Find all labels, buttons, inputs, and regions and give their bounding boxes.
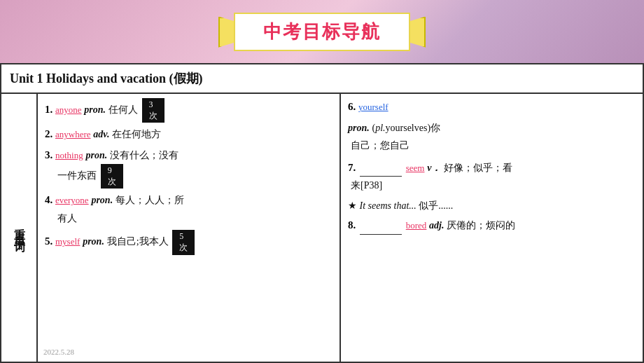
ribbon-left <box>218 17 234 48</box>
list-item: 6. yourself <box>348 98 636 116</box>
word-fill: yourself <box>358 102 388 112</box>
ribbon-right <box>410 17 426 48</box>
word-fill: myself <box>55 236 80 247</box>
list-item: 4. everyone pron. 每人；人人；所 有人 <box>45 191 332 227</box>
meaning-text: 没有什么；没有 <box>110 150 178 160</box>
meaning-text: 任何人 <box>108 104 138 115</box>
word-fill: everyone <box>55 195 89 205</box>
count-badge: 3次 <box>142 98 164 123</box>
title-banner: 中考目标导航 <box>218 13 426 51</box>
item-number: 2. <box>45 128 55 139</box>
word-fill: seem <box>406 163 425 173</box>
pron-label: pron. <box>348 123 370 133</box>
date-stamp: 2022.5.28 <box>43 345 74 359</box>
pron-label: adj. <box>429 220 444 231</box>
count-badge: 9次 <box>101 164 123 189</box>
title-box: 中考目标导航 <box>234 13 410 51</box>
word-fill: anywhere <box>55 129 91 139</box>
meaning-text: 好像；似乎；看 <box>444 163 512 173</box>
count-badge: 5次 <box>172 230 195 254</box>
meaning-text: (pl.yourselves)你 <box>372 123 440 133</box>
list-item: 3. nothing pron. 没有什么；没有 一件东西 9次 <box>45 146 332 189</box>
pron-label: v． <box>427 163 441 173</box>
item-number: 6. <box>348 101 358 112</box>
list-item: pron. (pl.yourselves)你 自己；您自己 <box>348 119 636 155</box>
meaning-text: 我自己;我本人 <box>107 236 169 247</box>
left-column: 1. anyone pron. 任何人 3次 2. anywhere adv. <box>38 94 341 362</box>
word-fill: anyone <box>55 104 82 115</box>
star-text: It seems that... <box>360 200 416 211</box>
meaning-text: 每人；人人；所 <box>115 195 184 205</box>
unit-label: Unit 1 Holidays and vacation (假期) <box>10 71 203 85</box>
content-area: 重点单词 1. anyone pron. 任何人 3次 <box>1 94 643 362</box>
word-fill: bored <box>406 220 427 231</box>
star-item: ★ It seems that... 似乎...... <box>348 198 636 214</box>
pron-label: pron. <box>91 195 113 205</box>
sidebar-label-text: 重点单词 <box>12 219 27 236</box>
title-text: 中考目标导航 <box>263 22 381 42</box>
main-content: Unit 1 Holidays and vacation (假期) 重点单词 1… <box>0 63 644 363</box>
outer-table: Unit 1 Holidays and vacation (假期) 重点单词 1… <box>0 63 644 363</box>
pron-label: pron. <box>84 104 106 115</box>
meaning-text: 在任何地方 <box>112 129 161 139</box>
list-item: 1. anyone pron. 任何人 3次 <box>45 98 332 123</box>
list-item: 7. seem v． 好像；似乎；看 来[P38] <box>348 159 636 195</box>
star-symbol: ★ <box>348 200 357 211</box>
meaning-text-cont: 一件东西 <box>57 170 97 181</box>
item-number: 5. <box>45 235 55 247</box>
item-number: 3. <box>45 149 55 160</box>
meaning-text-cont: 自己；您自己 <box>351 140 410 151</box>
item-number: 8. <box>348 219 358 231</box>
star-cn: 似乎...... <box>419 200 453 211</box>
list-item: 8. bored adj. 厌倦的；烦闷的 <box>348 217 636 235</box>
list-item: 5. myself pron. 我自己;我本人 5次 <box>45 230 332 254</box>
meaning-text-cont: 来[P38] <box>351 180 382 191</box>
pron-label: adv. <box>93 129 109 139</box>
item-number: 4. <box>45 194 55 205</box>
sidebar-label: 重点单词 <box>1 94 38 362</box>
list-item: 2. anywhere adv. 在任何地方 <box>45 125 332 144</box>
item-number: 1. <box>45 104 55 115</box>
pron-label: pron. <box>85 150 107 160</box>
pron-label: pron. <box>83 236 104 247</box>
word-fill: nothing <box>55 150 83 160</box>
blank <box>360 176 402 177</box>
two-columns: 1. anyone pron. 任何人 3次 2. anywhere adv. <box>38 94 643 362</box>
right-column: 6. yourself pron. (pl.yourselves)你 自己；您自… <box>341 94 643 362</box>
unit-header: Unit 1 Holidays and vacation (假期) <box>1 64 643 94</box>
item-number: 7. <box>348 162 358 173</box>
blank <box>360 234 402 235</box>
meaning-text: 厌倦的；烦闷的 <box>447 220 515 231</box>
meaning-text-cont: 有人 <box>57 213 77 224</box>
